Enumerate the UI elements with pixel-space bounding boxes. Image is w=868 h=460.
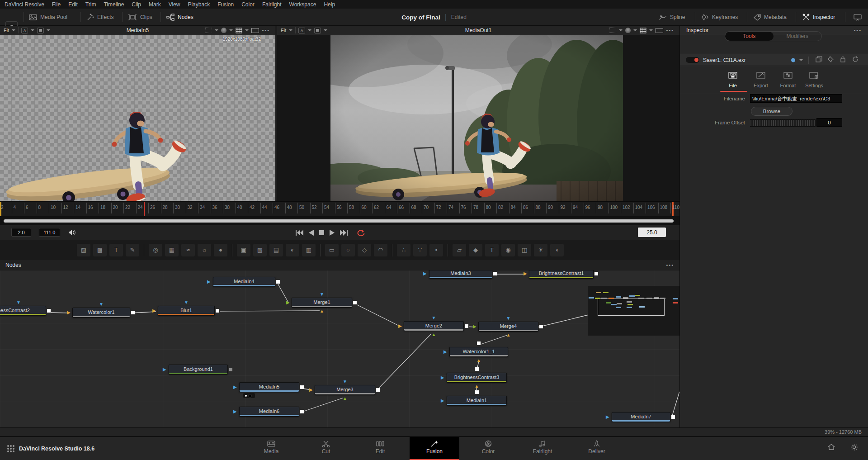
menu-help[interactable]: Help	[324, 1, 335, 8]
playhead[interactable]	[144, 202, 145, 216]
tab-tools[interactable]: Tools	[725, 32, 774, 41]
roi-button[interactable]	[205, 28, 212, 33]
tab-format[interactable]: Format	[774, 71, 802, 88]
grid-overlay-button[interactable]	[236, 28, 242, 33]
effects-button[interactable]: Effects	[87, 9, 113, 26]
render-range-start-field[interactable]: 2.0	[11, 228, 31, 237]
saver-node-row[interactable]: Saver1: C31A.exr	[680, 54, 868, 66]
node-Merge1[interactable]: Merge1▼▶▲	[292, 298, 352, 308]
spotlight3d-tool[interactable]: ☀	[534, 244, 547, 256]
node-MediaIn1[interactable]: MediaIn1▶	[447, 396, 507, 406]
channel-display-button[interactable]	[314, 28, 321, 33]
guides-button[interactable]	[251, 28, 259, 33]
menu-mark[interactable]: Mark	[149, 1, 161, 8]
nodes-options-menu[interactable]: •••	[666, 262, 674, 268]
timeline-scrollbar[interactable]	[4, 219, 674, 223]
fastnoise-tool[interactable]: ▩	[93, 244, 107, 256]
project-manager-icon[interactable]	[7, 445, 14, 452]
viewer-options-menu[interactable]: •••	[666, 28, 674, 33]
node-enable-toggle[interactable]	[686, 57, 699, 63]
node-MediaIn6[interactable]: MediaIn6▶	[239, 407, 299, 417]
menu-trim[interactable]: Trim	[85, 1, 96, 8]
stop-button[interactable]	[319, 230, 324, 235]
text3d-tool[interactable]: T	[485, 244, 499, 256]
brightness-contrast-tool[interactable]: ☼	[198, 244, 211, 256]
page-color[interactable]: Color	[463, 437, 513, 460]
node-BrightnessContrast2[interactable]: BrightnessContrast2▼	[0, 306, 46, 316]
menu-color[interactable]: Color	[241, 1, 255, 8]
roi-button[interactable]	[609, 28, 616, 33]
menu-fusion[interactable]: Fusion	[217, 1, 234, 8]
menu-playback[interactable]: Playback	[188, 1, 210, 8]
time-ruler[interactable]: 2468101214161820222426283032343638404244…	[0, 201, 679, 216]
polygon-mask-tool[interactable]: ◇	[358, 244, 371, 256]
page-fairlight[interactable]: Fairlight	[518, 437, 567, 460]
page-deliver[interactable]: Deliver	[572, 437, 622, 460]
menu-fairlight[interactable]: Fairlight	[262, 1, 282, 8]
paint-tool[interactable]: ✎	[126, 244, 139, 256]
node-Watercolor1[interactable]: Watercolor1▼▶	[72, 308, 130, 318]
pmerge-tool[interactable]: ▪	[429, 244, 443, 256]
color-corrector-tool[interactable]: ◎	[149, 244, 162, 256]
play-button[interactable]	[330, 230, 335, 236]
channel-display-button[interactable]	[37, 28, 44, 33]
prender-tool[interactable]: ∵	[413, 244, 427, 256]
channel-a-button[interactable]: A	[298, 28, 305, 33]
inspector-button[interactable]: Inspector	[802, 9, 835, 26]
tab-export[interactable]: Export	[747, 71, 775, 88]
pin-icon[interactable]	[828, 56, 834, 64]
node-BrightnessContrast1[interactable]: BrightnessContrast1▶	[529, 270, 594, 279]
copy-settings-icon[interactable]	[816, 56, 822, 64]
loop-button[interactable]	[357, 229, 365, 237]
zoom-fit-dropdown[interactable]: Fit	[281, 28, 286, 33]
audio-mute-button[interactable]	[68, 229, 76, 236]
clips-button[interactable]: Clips	[128, 9, 152, 26]
spline-button[interactable]: Spline	[659, 9, 685, 26]
node-BrightnessContrast3[interactable]: BrightnessContrast3▶▲	[447, 373, 507, 383]
resize-tool[interactable]: ▤	[269, 244, 283, 256]
channel-a-button[interactable]: A	[21, 28, 28, 33]
dve-tool[interactable]: ◐	[286, 244, 299, 256]
page-fusion[interactable]: Fusion	[410, 437, 459, 460]
node-MediaIn5[interactable]: MediaIn5▶	[239, 382, 299, 392]
home-button[interactable]	[827, 443, 835, 452]
browse-button[interactable]: Browse	[751, 107, 793, 116]
node-graph[interactable]: MediaIn3▶BrightnessContrast1▶MediaIn4▶Me…	[0, 270, 679, 427]
node-MediaIn7[interactable]: MediaIn7▶	[612, 412, 670, 422]
frame-offset-slider[interactable]	[750, 119, 816, 127]
text-plus-tool[interactable]: T	[109, 244, 123, 256]
left-viewer-image[interactable]: 1920x1080xfloat32	[0, 35, 275, 201]
dual-monitor-button[interactable]	[854, 9, 862, 26]
node-graph-minimap[interactable]	[588, 286, 679, 336]
frame-offset-value[interactable]: 0	[816, 118, 842, 127]
bspline-mask-tool[interactable]: ◠	[374, 244, 387, 256]
node-Background1[interactable]: Background1▶	[169, 365, 228, 375]
node-Merge3[interactable]: Merge3▼▶▲	[315, 385, 375, 395]
merge3d-tool[interactable]: ◉	[501, 244, 515, 256]
node-MediaIn3[interactable]: MediaIn3▶	[429, 270, 492, 279]
blur-tool[interactable]: ●	[214, 244, 227, 256]
node-MediaIn4[interactable]: MediaIn4▶	[213, 277, 275, 287]
nodes-button[interactable]: Nodes	[166, 9, 193, 26]
menu-view[interactable]: View	[169, 1, 180, 8]
menu-clip[interactable]: Clip	[132, 1, 141, 8]
lut-button[interactable]	[625, 28, 631, 33]
tab-settings[interactable]: Settings	[800, 71, 828, 88]
menu-timeline[interactable]: Timeline	[104, 1, 124, 8]
grid-overlay-button[interactable]	[640, 28, 646, 33]
node-Watercolor1_1[interactable]: Watercolor1_1▶▲	[449, 347, 508, 357]
color-curves-tool[interactable]: ▦	[165, 244, 179, 256]
render3d-tool[interactable]: ◖	[550, 244, 564, 256]
imageplane3d-tool[interactable]: ▱	[453, 244, 466, 256]
go-to-end-button[interactable]	[340, 230, 348, 236]
guides-button[interactable]	[656, 28, 663, 33]
version-color-dot[interactable]	[791, 58, 795, 62]
inspector-options-menu[interactable]: •••	[854, 28, 862, 33]
reset-icon[interactable]	[852, 56, 859, 64]
transform-tool[interactable]: ▧	[253, 244, 267, 256]
node-Merge4[interactable]: Merge4▼▶▲	[478, 322, 538, 332]
render-range-end-field[interactable]: 111.0	[39, 228, 60, 237]
right-viewer-image[interactable]	[330, 35, 623, 201]
pemitter-tool[interactable]: ∴	[397, 244, 410, 256]
page-media[interactable]: Media	[246, 437, 296, 460]
